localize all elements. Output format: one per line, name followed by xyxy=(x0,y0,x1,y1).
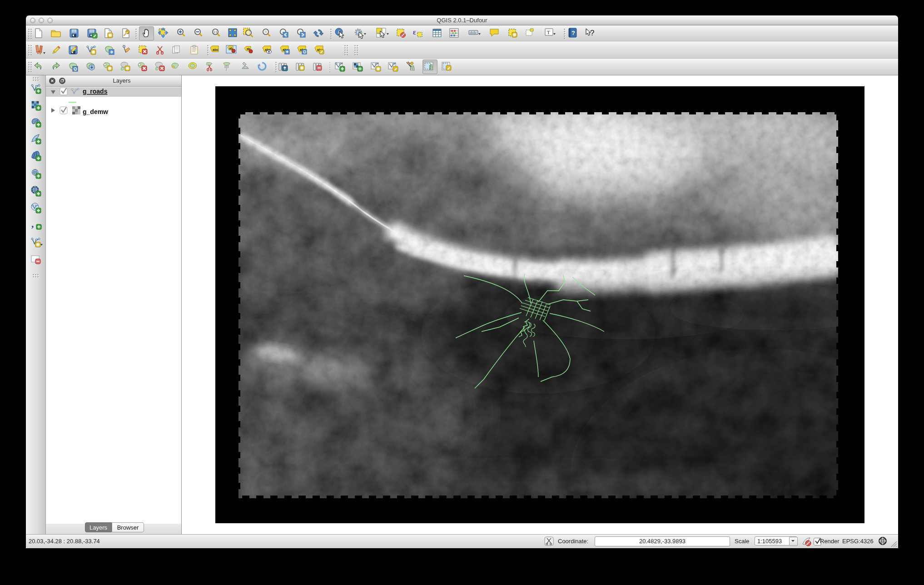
svg-text:ε: ε xyxy=(413,28,416,36)
svg-text:T: T xyxy=(547,30,550,35)
svg-text:?: ? xyxy=(590,29,594,37)
svg-text:?: ? xyxy=(571,30,575,36)
svg-text:g_demw: g_demw xyxy=(83,108,108,115)
svg-text:,: , xyxy=(31,218,34,229)
svg-text:1:1: 1:1 xyxy=(214,30,218,34)
svg-text:g_roads: g_roads xyxy=(83,88,108,95)
